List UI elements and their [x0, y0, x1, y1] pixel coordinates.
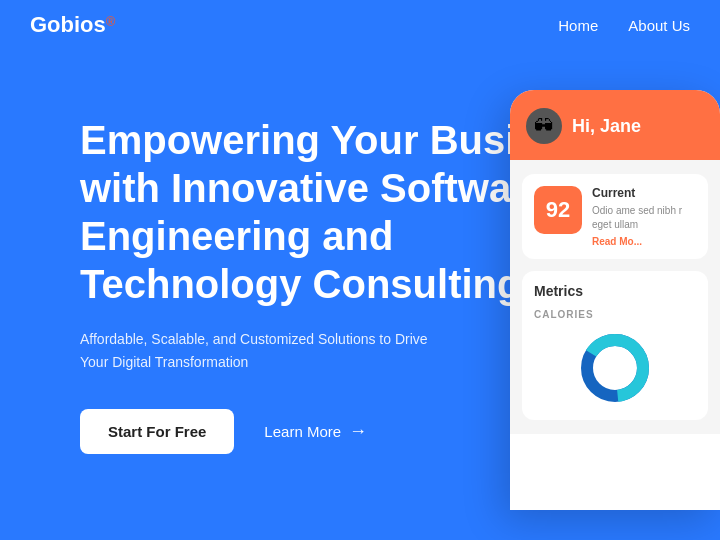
- nav-links: Home About Us: [558, 17, 690, 34]
- score-card: 92 Current Odio ame sed nibh r eget ulla…: [522, 174, 708, 259]
- logo-text: Gobios: [30, 12, 106, 37]
- score-badge: 92: [534, 186, 582, 234]
- navbar: Gobios® Home About Us: [0, 0, 720, 50]
- phone-mockup: 🕶 Hi, Jane 92 Current Odio ame sed nibh …: [510, 90, 720, 510]
- nav-about[interactable]: About Us: [628, 17, 690, 34]
- card-body: Odio ame sed nibh r eget ullam: [592, 204, 696, 232]
- svg-point-2: [597, 350, 633, 386]
- calories-chart: [575, 328, 655, 408]
- metrics-title: Metrics: [534, 283, 696, 299]
- learn-more-label: Learn More: [264, 423, 341, 440]
- phone-header: 🕶 Hi, Jane: [510, 90, 720, 160]
- avatar: 🕶: [526, 108, 562, 144]
- arrow-icon: →: [349, 421, 367, 442]
- learn-more-button[interactable]: Learn More →: [264, 421, 367, 442]
- logo: Gobios®: [30, 12, 115, 38]
- start-button[interactable]: Start For Free: [80, 409, 234, 454]
- card-text: Current Odio ame sed nibh r eget ullam R…: [592, 186, 696, 247]
- card-title: Current: [592, 186, 696, 200]
- calories-label: CALORIES: [534, 309, 696, 320]
- logo-sup: ®: [106, 14, 116, 29]
- greeting-text: Hi, Jane: [572, 116, 641, 137]
- hero-subtitle: Affordable, Scalable, and Customized Sol…: [80, 328, 440, 373]
- phone-body: 92 Current Odio ame sed nibh r eget ulla…: [510, 160, 720, 434]
- card-link[interactable]: Read Mo...: [592, 236, 696, 247]
- metrics-section: Metrics CALORIES: [522, 271, 708, 420]
- nav-home[interactable]: Home: [558, 17, 598, 34]
